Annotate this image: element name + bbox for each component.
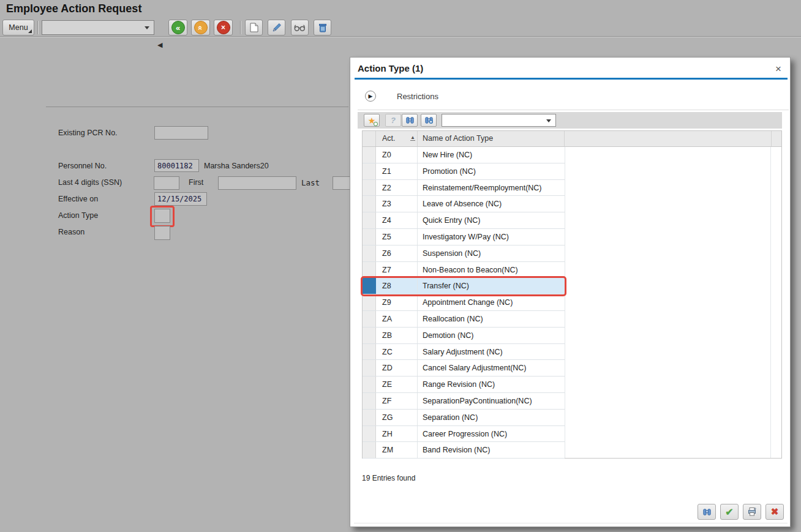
row-selection-cell[interactable] <box>363 344 376 360</box>
row-selection-cell[interactable] <box>363 410 376 425</box>
action-code-cell[interactable]: ZH <box>376 426 418 442</box>
row-selection-cell[interactable] <box>363 180 376 196</box>
action-code-cell[interactable]: Z2 <box>376 180 418 196</box>
action-name-cell[interactable]: Cancel Salary Adjustment(NC) <box>418 360 565 376</box>
row-selection-cell[interactable] <box>363 377 376 392</box>
action-name-cell[interactable]: Quick Entry (NC) <box>418 212 565 228</box>
row-selection-cell[interactable] <box>363 212 376 228</box>
dialog-find-button[interactable] <box>698 504 716 520</box>
exit-button[interactable]: « <box>191 20 210 36</box>
filter-combobox[interactable] <box>442 114 556 127</box>
table-row[interactable]: Z7Non-Beacon to Beacon(NC) <box>363 262 565 279</box>
action-name-cell[interactable]: Reallocation (NC) <box>418 311 565 327</box>
action-code-cell[interactable]: ZE <box>376 377 418 392</box>
find-button[interactable] <box>402 114 418 127</box>
action-name-cell[interactable]: Range Revision (NC) <box>418 377 565 392</box>
dialog-cancel-button[interactable]: ✖ <box>765 504 784 520</box>
row-selection-cell[interactable] <box>363 442 376 458</box>
dialog-close-button[interactable]: × <box>772 62 785 76</box>
table-row[interactable]: Z5Investigatory W/Pay (NC) <box>363 229 565 245</box>
action-code-cell[interactable]: ZD <box>376 360 418 376</box>
action-name-cell[interactable]: Salary Adjustment (NC) <box>418 344 565 360</box>
table-row[interactable]: ZBDemotion (NC) <box>363 328 565 344</box>
action-name-cell[interactable]: Appointment Change (NC) <box>418 294 565 310</box>
action-code-cell[interactable]: ZG <box>376 410 418 425</box>
delete-button[interactable] <box>314 20 331 36</box>
action-code-cell[interactable]: ZM <box>376 442 418 458</box>
transaction-combobox[interactable] <box>42 20 154 35</box>
action-name-cell[interactable]: Separation (NC) <box>418 410 565 425</box>
action-name-cell[interactable]: Band Revision (NC) <box>418 442 565 458</box>
row-selection-cell[interactable] <box>363 393 376 409</box>
action-code-cell[interactable]: ZA <box>376 311 418 327</box>
row-selection-cell[interactable] <box>363 147 376 163</box>
table-row[interactable]: Z0New Hire (NC) <box>363 147 565 163</box>
action-name-cell[interactable]: Demotion (NC) <box>418 328 565 343</box>
row-selection-cell[interactable] <box>363 426 376 442</box>
personal-value-list-button[interactable]: ★ <box>364 114 380 127</box>
collapse-toolbar-icon[interactable]: ◀ <box>157 41 162 49</box>
action-name-cell[interactable]: Leave of Absence (NC) <box>418 196 565 212</box>
row-selection-cell[interactable] <box>363 360 376 376</box>
table-row[interactable]: Z3Leave of Absence (NC) <box>363 196 565 212</box>
table-row[interactable]: ZMBand Revision (NC) <box>363 442 565 459</box>
existing-pcr-field[interactable] <box>154 126 208 140</box>
cancel-button[interactable]: × <box>214 20 233 36</box>
dialog-accept-button[interactable]: ✔ <box>720 504 739 520</box>
table-row[interactable]: ZAReallocation (NC) <box>363 311 565 328</box>
action-name-cell[interactable]: Career Progression (NC) <box>418 426 565 442</box>
action-code-cell[interactable]: Z5 <box>376 229 418 245</box>
row-selection-cell[interactable] <box>363 328 376 343</box>
table-row[interactable]: ZGSeparation (NC) <box>363 410 565 426</box>
action-name-cell[interactable]: Investigatory W/Pay (NC) <box>418 229 565 245</box>
dialog-print-button[interactable] <box>743 504 761 520</box>
action-code-cell[interactable]: Z1 <box>376 163 418 179</box>
action-name-cell[interactable]: Non-Beacon to Beacon(NC) <box>418 262 565 278</box>
action-code-cell[interactable]: ZF <box>376 393 418 409</box>
row-selection-cell[interactable] <box>363 163 376 179</box>
action-code-cell[interactable]: Z4 <box>376 212 418 228</box>
action-code-cell[interactable]: Z6 <box>376 245 418 261</box>
row-selection-cell[interactable] <box>363 196 376 212</box>
display-button[interactable] <box>291 20 309 36</box>
table-row[interactable]: Z6Suspension (NC) <box>363 245 565 262</box>
back-button[interactable]: « <box>168 20 187 36</box>
reason-field[interactable] <box>154 226 170 240</box>
row-selection-cell[interactable] <box>363 229 376 245</box>
action-code-cell[interactable]: ZB <box>376 328 418 343</box>
action-code-cell[interactable]: ZC <box>376 344 418 360</box>
table-row[interactable]: ZFSeparationPayContinuation(NC) <box>363 393 565 410</box>
table-row[interactable]: Z9Appointment Change (NC) <box>363 294 565 311</box>
table-row[interactable]: ZCSalary Adjustment (NC) <box>363 344 565 361</box>
row-selection-cell[interactable] <box>363 262 376 278</box>
table-row[interactable]: ZERange Revision (NC) <box>363 377 565 393</box>
name-column-header[interactable]: Name of Action Type <box>418 131 565 146</box>
table-row[interactable]: Z2Reinstatement/Reemployment(NC) <box>363 180 565 197</box>
edit-button[interactable] <box>268 20 285 36</box>
restrictions-expander-button[interactable]: ▶ <box>365 91 376 102</box>
create-button[interactable] <box>245 20 263 36</box>
action-code-cell[interactable]: Z0 <box>376 147 418 163</box>
effective-on-field[interactable] <box>154 192 207 206</box>
row-selection-cell[interactable] <box>363 245 376 261</box>
action-name-cell[interactable]: Suspension (NC) <box>418 245 565 261</box>
personnel-no-field[interactable] <box>154 159 199 172</box>
row-selection-cell[interactable] <box>363 294 376 310</box>
action-name-cell[interactable]: New Hire (NC) <box>418 147 565 163</box>
first-name-field[interactable] <box>218 176 296 190</box>
table-row[interactable]: Z4Quick Entry (NC) <box>363 212 565 229</box>
ssn-field[interactable] <box>154 176 179 190</box>
action-code-cell[interactable]: Z3 <box>376 196 418 212</box>
action-name-cell[interactable]: Promotion (NC) <box>418 163 565 179</box>
menu-button[interactable]: Menu <box>2 20 34 36</box>
row-selection-cell[interactable] <box>363 311 376 327</box>
act-column-header[interactable]: Act. ▲ <box>376 131 418 146</box>
find-next-button[interactable] <box>421 114 437 127</box>
action-code-cell[interactable]: Z7 <box>376 262 418 278</box>
table-row[interactable]: ZDCancel Salary Adjustment(NC) <box>363 360 565 377</box>
action-name-cell[interactable]: Reinstatement/Reemployment(NC) <box>418 180 565 196</box>
action-code-cell[interactable]: Z9 <box>376 294 418 310</box>
table-row[interactable]: ZHCareer Progression (NC) <box>363 426 565 443</box>
table-row[interactable]: Z1Promotion (NC) <box>363 163 565 180</box>
action-name-cell[interactable]: SeparationPayContinuation(NC) <box>418 393 565 409</box>
